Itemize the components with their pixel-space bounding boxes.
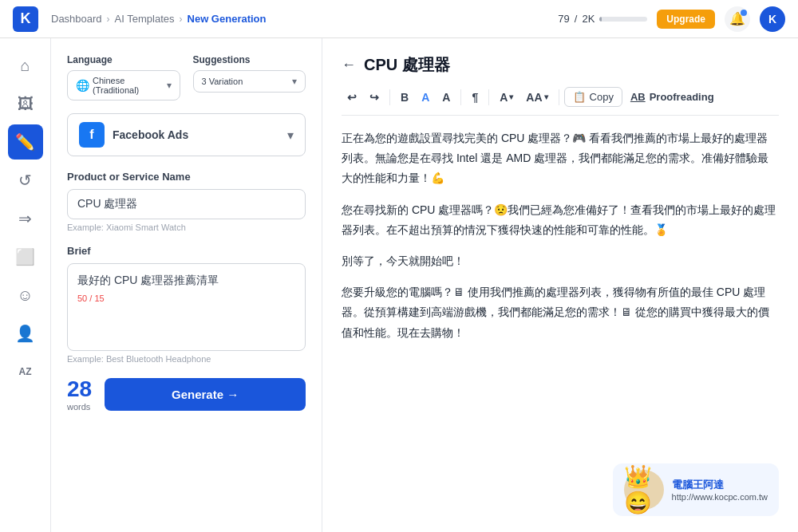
breadcrumb-current: New Generation <box>188 13 267 25</box>
watermark-site-name: 電腦王阿達 <box>672 478 768 492</box>
proofreading-button[interactable]: AB Proofreading <box>624 88 721 106</box>
suggestions-caret: ▾ <box>292 76 297 87</box>
sidebar-item-image[interactable]: 🖼 <box>8 86 43 121</box>
product-label: Product or Service Name <box>67 171 306 183</box>
content-area: Language 🌐 Chinese (Traditional) ▾ Sugge… <box>51 38 798 532</box>
watermark-avatar: 👑😄 <box>624 470 664 510</box>
language-caret: ▾ <box>167 80 172 91</box>
bold-button[interactable]: B <box>395 88 414 107</box>
suggestions-select[interactable]: 3 Variation ▾ <box>193 70 306 93</box>
product-example: Example: Xiaomi Smart Watch <box>67 223 306 232</box>
language-value: Chinese (Traditional) <box>93 76 164 95</box>
token-bar-fill <box>599 17 601 22</box>
tokens-total: 2K <box>582 13 595 25</box>
editor-title: CPU 處理器 <box>364 54 450 76</box>
editor-header: ← CPU 處理器 <box>342 54 779 76</box>
left-panel: Language 🌐 Chinese (Traditional) ▾ Sugge… <box>51 38 322 532</box>
copy-label: Copy <box>590 91 614 103</box>
watermark-box: 👑😄 電腦王阿達 http://www.kocpc.com.tw <box>613 463 779 516</box>
avatar-button[interactable]: K <box>760 6 785 32</box>
para-button[interactable]: ¶ <box>466 88 484 107</box>
template-name: Facebook Ads <box>113 128 279 141</box>
nav-right: 79 / 2K Upgrade 🔔 K <box>558 6 785 32</box>
editor-para-1: 正在為您的遊戲設置尋找完美的 CPU 處理器？🎮 看看我們推薦的市場上最好的處理… <box>342 128 779 189</box>
redo-button[interactable]: ↪ <box>364 88 385 107</box>
bottom-bar: 28 words Generate → <box>67 376 306 412</box>
toolbar-sep-4 <box>559 89 559 105</box>
editor-content: 正在為您的遊戲設置尋找完美的 CPU 處理器？🎮 看看我們推薦的市場上最好的處理… <box>342 128 779 457</box>
generate-button[interactable]: Generate → <box>105 378 306 411</box>
language-group: Language 🌐 Chinese (Traditional) ▾ <box>67 54 180 100</box>
editor-para-3: 別等了，今天就開始吧！ <box>342 251 779 271</box>
sidebar-item-user[interactable]: 👤 <box>8 316 43 351</box>
sidebar-item-box[interactable]: ⬜ <box>8 239 43 274</box>
copy-button[interactable]: 📋 Copy <box>564 87 622 107</box>
toolbar-sep-1 <box>389 89 390 105</box>
token-display: 79 / 2K <box>558 13 647 25</box>
facebook-icon: f <box>79 122 105 148</box>
globe-icon: 🌐 <box>76 79 89 92</box>
toolbar-sep-2 <box>460 89 461 105</box>
brief-label: Brief <box>67 245 306 257</box>
editor-toolbar: ↩ ↪ B A A ¶ A ▾ AA ▾ 📋 Copy AB Proofread <box>342 87 779 116</box>
size-a-button[interactable]: A <box>437 88 456 107</box>
color-a-button[interactable]: A <box>416 88 435 107</box>
breadcrumb-ai-templates[interactable]: AI Templates <box>115 13 175 25</box>
sidebar: ⌂ 🖼 ✏️ ↺ ⇒ ⬜ ☺ 👤 AZ <box>0 38 51 532</box>
sidebar-item-edit[interactable]: ✏️ <box>8 124 43 160</box>
counter-limit: 15 <box>94 294 104 303</box>
sidebar-item-forward[interactable]: ⇒ <box>8 201 43 236</box>
watermark-url: http://www.kocpc.com.tw <box>672 492 768 502</box>
suggestions-label: Suggestions <box>193 54 306 65</box>
breadcrumb: Dashboard › AI Templates › New Generatio… <box>51 13 551 25</box>
brief-content: 最好的 CPU 處理器推薦清單 <box>77 272 295 289</box>
font-a-button[interactable]: A ▾ <box>494 88 519 107</box>
template-selector[interactable]: f Facebook Ads ▾ <box>67 113 306 156</box>
logo[interactable]: K <box>13 6 38 32</box>
editor-para-2: 您在尋找新的 CPU 處理器嗎？😟我們已經為您准備好了！查看我們的市場上最好的處… <box>342 200 779 240</box>
right-panel: ← CPU 處理器 ↩ ↪ B A A ¶ A ▾ AA ▾ 📋 Copy <box>322 38 798 532</box>
tokens-sep: / <box>575 13 578 25</box>
language-select[interactable]: 🌐 Chinese (Traditional) ▾ <box>67 70 180 100</box>
watermark-area: 👑😄 電腦王阿達 http://www.kocpc.com.tw <box>342 463 779 516</box>
sidebar-item-refresh[interactable]: ↺ <box>8 163 43 198</box>
suggestions-group: Suggestions 3 Variation ▾ <box>193 54 306 100</box>
upgrade-button[interactable]: Upgrade <box>657 10 715 29</box>
top-nav: K Dashboard › AI Templates › New Generat… <box>0 0 798 38</box>
template-caret: ▾ <box>287 128 294 143</box>
watermark-text-group: 電腦王阿達 http://www.kocpc.com.tw <box>672 478 768 502</box>
words-label: words <box>67 402 92 412</box>
product-input[interactable] <box>67 189 306 219</box>
token-bar <box>599 17 647 22</box>
sidebar-item-az[interactable]: AZ <box>8 354 43 389</box>
breadcrumb-sep-2: › <box>180 14 183 25</box>
notification-button[interactable]: 🔔 <box>725 6 750 32</box>
brief-textarea[interactable]: 最好的 CPU 處理器推薦清單 50 / 15 <box>67 263 306 351</box>
tokens-used: 79 <box>558 13 569 25</box>
undo-button[interactable]: ↩ <box>342 88 362 107</box>
counter-used: 50 <box>77 294 87 303</box>
language-label: Language <box>67 54 180 65</box>
proof-label: Proofreading <box>650 91 714 103</box>
copy-icon: 📋 <box>573 91 586 103</box>
words-count-group: 28 words <box>67 376 92 412</box>
notification-dot <box>741 10 747 16</box>
sidebar-item-home[interactable]: ⌂ <box>8 48 43 83</box>
back-button[interactable]: ← <box>342 57 356 73</box>
suggestions-value: 3 Variation <box>202 77 243 86</box>
breadcrumb-dashboard[interactable]: Dashboard <box>51 13 102 25</box>
font-aa-button[interactable]: AA ▾ <box>520 88 553 107</box>
sidebar-item-emoji[interactable]: ☺ <box>8 278 43 313</box>
lang-suggestions-row: Language 🌐 Chinese (Traditional) ▾ Sugge… <box>67 54 306 100</box>
brief-example: Example: Best Bluetooth Headphone <box>67 354 306 364</box>
brief-counter: 50 / 15 <box>77 294 295 303</box>
words-number: 28 <box>67 376 92 402</box>
proof-icon: AB <box>630 91 646 103</box>
breadcrumb-sep-1: › <box>107 14 110 25</box>
editor-para-4: 您要升級您的電腦嗎？🖥 使用我們推薦的處理器列表，獲得物有所值的最佳 CPU 處… <box>342 282 779 343</box>
main-layout: ⌂ 🖼 ✏️ ↺ ⇒ ⬜ ☺ 👤 AZ Language 🌐 Chinese (… <box>0 38 798 532</box>
toolbar-sep-3 <box>488 89 489 105</box>
